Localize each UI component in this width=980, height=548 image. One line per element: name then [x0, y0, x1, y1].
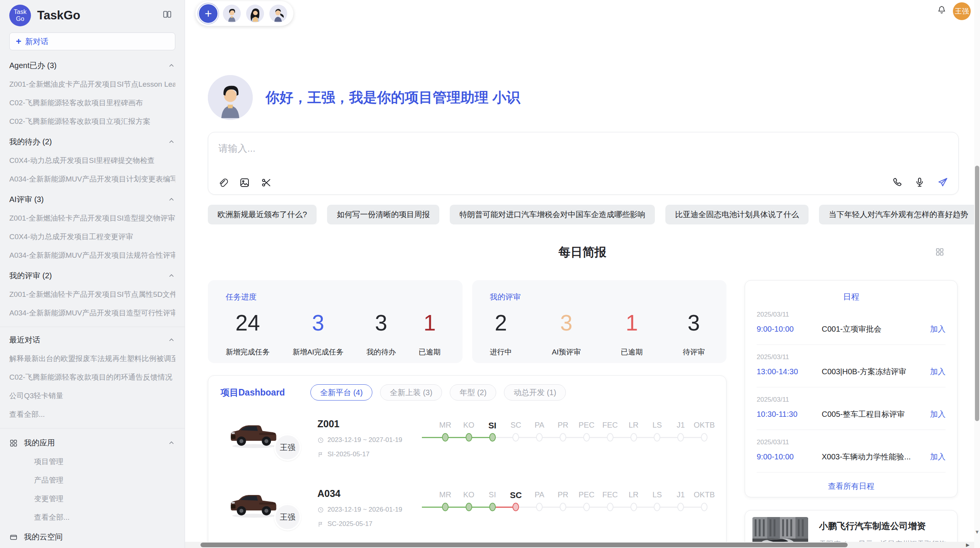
- image-upload-icon[interactable]: [239, 177, 250, 188]
- agent-avatar-1[interactable]: [223, 5, 241, 22]
- horizontal-scrollbar-thumb[interactable]: [200, 543, 848, 547]
- sidebar-item[interactable]: A034-全新新能源MUV产品开发项目法规符合性评审: [9, 250, 175, 260]
- sidebar-item[interactable]: A034-全新新能源MUV产品开发项目造型可行性评审: [9, 308, 175, 318]
- send-icon[interactable]: [937, 176, 948, 188]
- schedule-title: 日程: [757, 291, 946, 302]
- app-item-change-mgmt[interactable]: 变更管理: [34, 494, 175, 504]
- layout-grid-icon[interactable]: [935, 247, 944, 257]
- view-all-schedule-link[interactable]: 查看所有日程: [757, 473, 946, 491]
- chevron-up-icon[interactable]: [168, 196, 175, 204]
- milestone-dot: [489, 433, 496, 442]
- sidebar-collapse-icon[interactable]: [162, 9, 172, 19]
- chevron-up-icon[interactable]: [168, 62, 175, 70]
- sidebar-item[interactable]: Z001-全新燃油轻卡产品开发项目SI造型提交物评审: [9, 213, 175, 223]
- sidebar-item[interactable]: Z001-全新燃油轻卡产品开发项目SI节点属性5D文件评审: [9, 289, 175, 300]
- stat-value: 3: [367, 310, 396, 336]
- suggestion-chip[interactable]: 如何写一份清晰的项目周报: [327, 205, 439, 224]
- chevron-up-icon[interactable]: [168, 138, 175, 146]
- agent-avatar-2[interactable]: [246, 5, 264, 22]
- project-dashboard-card: 项目Dashboard 全新平台 (4) 全新上装 (3) 年型 (2) 动总开…: [208, 375, 726, 548]
- stat-ai-prereview: 3 AI预评审: [552, 310, 581, 357]
- news-title: 小鹏飞行汽车制造公司增资: [819, 520, 951, 532]
- join-meeting-link[interactable]: 加入: [930, 409, 946, 420]
- suggestion-chip[interactable]: 当下年轻人对汽车外观有怎样的喜好趋势: [819, 205, 978, 224]
- sidebar-item[interactable]: C02-飞腾新能源轻客改款项目里程碑画布: [9, 98, 175, 108]
- milestone-j1: J1: [669, 490, 692, 512]
- sidebar-item[interactable]: C0X4-动力总成开发项目SI里程碑提交物检查: [9, 156, 175, 166]
- project-row-a034[interactable]: 王强 A034 2023-12-19 ~ 2026-01-19 SC-2025-…: [221, 483, 716, 540]
- app-item-project-mgmt[interactable]: 项目管理: [34, 457, 175, 467]
- attachment-icon[interactable]: [218, 177, 228, 188]
- plus-icon: +: [16, 36, 21, 47]
- sidebar-item[interactable]: C02-飞腾新能源轻客改款项目立项汇报方案: [9, 116, 175, 127]
- section-recent-chats[interactable]: 最近对话: [9, 335, 175, 345]
- section-title: 我的评审 (2): [9, 271, 52, 281]
- tab-new-body[interactable]: 全新上装 (3): [380, 384, 442, 401]
- add-session-button[interactable]: +: [199, 4, 218, 23]
- notification-bell-icon[interactable]: [937, 5, 946, 14]
- divider: [0, 428, 185, 428]
- view-all-apps-link[interactable]: 查看全部...: [34, 512, 175, 522]
- milestone-label: MR: [439, 490, 451, 503]
- apps-grid-icon: [9, 439, 18, 447]
- tab-powertrain[interactable]: 动总开发 (1): [504, 384, 566, 401]
- sidebar-item[interactable]: Z001-全新燃油皮卡产品开发项目SI节点Lesson Learn报告: [9, 79, 175, 89]
- tab-model-year[interactable]: 年型 (2): [450, 384, 496, 401]
- join-meeting-link[interactable]: 加入: [930, 452, 946, 462]
- app-logo: Task Go: [9, 5, 31, 26]
- recent-chat-item[interactable]: C02-飞腾新能源轻客改款项目的闭环通告反馈情况: [9, 372, 175, 382]
- chevron-up-icon[interactable]: [168, 336, 175, 344]
- scroll-down-arrow-icon[interactable]: ▼: [974, 529, 980, 535]
- project-row-z001[interactable]: 王强 Z001 2023-12-19 ~ 2027-01-19 SI-2025-…: [221, 414, 716, 470]
- milestone-dot: [466, 433, 472, 442]
- vertical-scrollbar[interactable]: ▼: [974, 0, 980, 548]
- stat-new-done: 24 新增完成任务: [226, 310, 270, 357]
- daily-brief-header: 每日简报: [185, 244, 980, 260]
- milestone-dot: [536, 433, 543, 442]
- scroll-right-arrow-icon[interactable]: ▶: [966, 542, 970, 548]
- chevron-up-icon[interactable]: [168, 272, 175, 280]
- clock-icon: [317, 507, 324, 513]
- user-avatar[interactable]: 王强: [953, 2, 971, 20]
- sidebar-item-cloud-space[interactable]: 我的云空间: [9, 532, 175, 542]
- milestone-label: SI: [489, 490, 496, 503]
- sidebar-item-my-apps[interactable]: 我的应用: [9, 438, 175, 448]
- schedule-time: 9:00-10:00: [757, 325, 822, 334]
- milestone-dot: [677, 503, 684, 511]
- agent-avatar-3[interactable]: [269, 5, 287, 22]
- chat-input-box[interactable]: 请输入...: [208, 132, 959, 195]
- vertical-scrollbar-thumb[interactable]: [975, 166, 979, 421]
- milestone-label: PR: [558, 421, 569, 433]
- recent-chat-item[interactable]: 公司Q3轻卡销量: [9, 391, 175, 401]
- sidebar-item[interactable]: A034-全新新能源MUV产品开发项目计划变更表编写: [9, 174, 175, 184]
- stat-value: 24: [226, 310, 270, 336]
- new-chat-button[interactable]: + 新对话: [9, 33, 175, 50]
- section-agent-done[interactable]: Agent已办 (3): [9, 60, 175, 71]
- section-ai-review[interactable]: AI评审 (3): [9, 194, 175, 205]
- scissors-icon[interactable]: [261, 177, 272, 188]
- milestone-dot: [607, 503, 613, 511]
- milestone-label: SI: [488, 421, 497, 433]
- my-review-card: 我的评审 2 进行中 3 AI预评审 1 已逾期 3 待评审: [472, 280, 727, 363]
- chevron-up-icon[interactable]: [168, 439, 175, 447]
- sidebar-item[interactable]: C0X4-动力总成开发项目工程变更评审: [9, 232, 175, 242]
- stat-pending-review: 3 待评审: [683, 310, 705, 357]
- microphone-icon[interactable]: [914, 177, 925, 188]
- milestone-dot: [560, 433, 566, 442]
- join-meeting-link[interactable]: 加入: [930, 324, 946, 334]
- phone-call-icon[interactable]: [892, 177, 903, 188]
- recent-chat-item[interactable]: 解释最新出台的欧盟报废车法规再生塑料比例被调至15%...: [9, 354, 175, 364]
- view-all-chats-link[interactable]: 查看全部...: [9, 409, 175, 420]
- milestone-label: PEC: [579, 421, 595, 433]
- tab-new-platform[interactable]: 全新平台 (4): [310, 384, 372, 401]
- section-my-todo[interactable]: 我的待办 (2): [9, 137, 175, 147]
- horizontal-scrollbar[interactable]: ▶: [185, 542, 974, 548]
- suggestion-chip[interactable]: 比亚迪全固态电池计划具体说了什么: [665, 205, 809, 224]
- suggestion-chip[interactable]: 欧洲新规最近颁布了什么?: [208, 205, 317, 224]
- suggestion-chip[interactable]: 特朗普可能对进口汽车增税会对中国车企造成哪些影响: [450, 205, 655, 224]
- input-placeholder: 请输入...: [218, 142, 255, 155]
- section-my-review[interactable]: 我的评审 (2): [9, 271, 175, 281]
- app-item-product-mgmt[interactable]: 产品管理: [34, 475, 175, 485]
- milestone-pr: PR: [551, 421, 575, 442]
- join-meeting-link[interactable]: 加入: [930, 366, 946, 377]
